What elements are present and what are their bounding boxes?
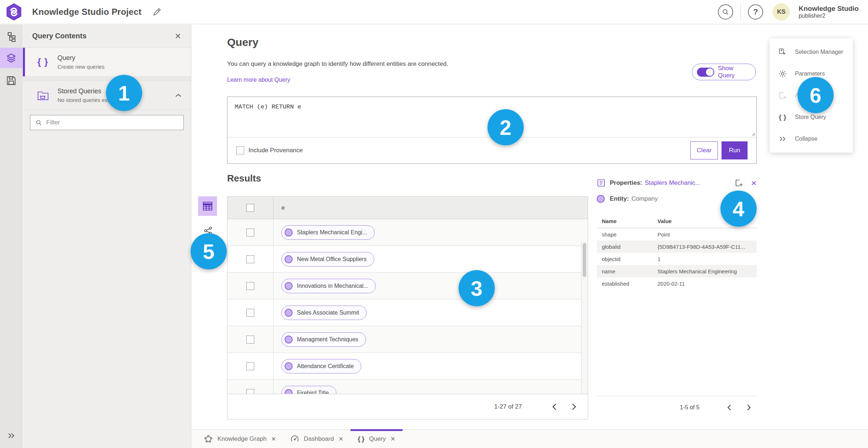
results-title: Results [227,173,261,184]
menu-item-collapse[interactable]: Collapse [770,128,853,150]
chevron-right-icon [746,404,751,411]
user-info: Knowledge Studio publisher2 [799,5,859,19]
avatar[interactable]: KS [773,3,790,21]
row-checkbox[interactable] [246,336,254,344]
edit-title-button[interactable] [152,7,162,17]
close-tab-button[interactable]: × [391,435,395,443]
entity-dot-icon [285,229,293,236]
header-actions: ? KS Knowledge Studio publisher2 [718,3,859,21]
row-checkbox[interactable] [246,389,254,394]
tab-label: Dashboard [304,435,334,443]
table-row[interactable]: New Metal Office Suppliers [227,246,588,273]
previous-page-button[interactable] [548,400,561,413]
filter-field[interactable] [30,115,184,130]
run-button[interactable]: Run [722,141,748,159]
entity-pill[interactable]: Attendance Certificate [281,359,361,374]
scrollbar-thumb[interactable] [583,243,586,277]
property-row: globalid {5D9B4713-F98D-4A53-A59F-C11... [597,240,757,253]
tab-dashboard[interactable]: Dashboard × [283,430,350,448]
pagination-label: 1-5 of 5 [680,404,699,411]
entity-pill[interactable]: Innovations in Mechanical... [281,279,376,293]
properties-icon [597,179,605,187]
sidebar-item-query[interactable]: { } Query Create new queries [23,48,191,77]
previous-page-button[interactable] [723,401,736,414]
row-checkbox[interactable] [246,282,254,290]
table-row[interactable]: Attendance Certificate [227,353,588,380]
menu-item-label: Collapse [795,136,817,142]
entity-dot-icon [285,282,293,290]
annotation-callout-4: 4 [720,191,757,227]
entity-type-dot-icon [597,195,605,203]
entity-type-value: Company [631,195,658,202]
expand-rail-button[interactable] [0,428,22,443]
menu-item-label: Store Query [795,114,826,120]
tab-label: Knowledge Graph [217,435,267,443]
entity-pill[interactable]: Managment Techniques [281,332,366,347]
close-panel-button[interactable]: × [175,31,181,41]
row-checkbox[interactable] [246,255,254,263]
close-tab-button[interactable]: × [271,435,276,443]
entity-dot-icon [285,309,293,317]
table-row[interactable]: Innovations in Mechanical... [227,273,588,299]
annotation-callout-1: 1 [106,75,142,111]
tab-query[interactable]: { } Query × [350,430,403,448]
properties-table: Name Value shape Point globalid {5D9B471… [597,216,757,290]
entity-pill[interactable]: New Metal Office Suppliers [281,252,374,266]
show-query-toggle[interactable]: Show Query [692,64,756,80]
results-scrollbar[interactable] [581,242,588,394]
next-page-button[interactable] [567,400,580,413]
user-name: Knowledge Studio [799,5,859,13]
braces-icon: { } [37,56,50,68]
item-title: Query [58,54,105,62]
rail-item-layers[interactable] [0,48,22,68]
rail-item-data-model[interactable] [0,27,22,47]
knowledge-graph-icon [204,435,213,443]
table-view-button[interactable] [198,196,217,216]
table-row[interactable]: Firebird Title [227,380,588,394]
help-button[interactable]: ? [748,4,763,20]
item-subtitle: Create new queries [58,64,105,70]
entity-pill[interactable]: Firebird Title [281,386,336,394]
row-checkbox[interactable] [246,229,254,236]
next-page-button[interactable] [742,401,755,414]
properties-actions: × [735,178,757,188]
table-row[interactable]: Managment Techniques [227,326,588,353]
properties-entity-link[interactable]: Staplers Mechanic... [645,179,701,187]
annotation-callout-5: 5 [191,233,227,269]
table-row[interactable]: Sales Associate Summit [227,299,588,326]
results-body: Staplers Mechanical Engi... New Metal Of… [227,219,588,394]
entity-pill[interactable]: Staplers Mechanical Engi... [281,225,375,240]
query-actions-bar: Include Provenance Clear Run [227,137,756,163]
chevron-up-icon[interactable] [175,93,182,98]
filter-input[interactable] [46,119,178,126]
entity-dot-icon [285,389,293,394]
search-button[interactable] [718,4,733,20]
add-box-icon [735,179,743,187]
include-provenance-label: Include Provenance [248,147,303,154]
top-header: Knowledge Studio Project ? KS Knowledge … [0,0,868,24]
tab-knowledge-graph[interactable]: Knowledge Graph × [197,430,283,448]
entity-pill[interactable]: Sales Associate Summit [281,306,367,320]
row-checkbox[interactable] [246,309,254,317]
panel-title: Query Contents [32,32,86,40]
include-provenance-checkbox[interactable] [236,146,244,154]
annotation-callout-6: 6 [797,77,834,113]
add-to-selection-button[interactable] [735,179,743,187]
table-row[interactable]: Staplers Mechanical Engi... [227,219,588,246]
project-title: Knowledge Studio Project [32,7,141,17]
property-row: established 2020-02-11 [597,277,757,290]
add-box-icon [778,91,788,100]
menu-item-selection-manager[interactable]: Selection Manager [770,41,853,63]
resize-grip-icon[interactable] [751,132,755,136]
toggle-switch[interactable] [697,68,714,77]
row-checkbox[interactable] [246,362,254,370]
rail-item-save[interactable] [0,71,22,91]
header-divider [740,4,741,20]
clear-button[interactable]: Clear [690,141,718,159]
page-description: You can query a knowledge graph to ident… [227,60,448,68]
select-all-checkbox[interactable] [246,204,254,212]
close-tab-button[interactable]: × [339,435,343,443]
close-properties-button[interactable]: × [751,178,757,188]
learn-more-link[interactable]: Learn more about Query [227,77,290,83]
entity-dot-icon [285,336,293,344]
